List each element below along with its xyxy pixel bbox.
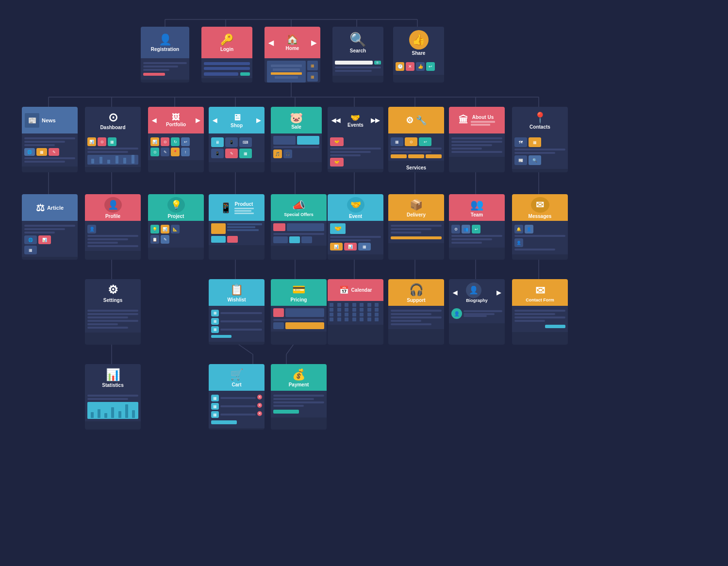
node-product: 📱 Product — [209, 194, 265, 260]
registration-icon: 👤 — [159, 34, 172, 45]
dashboard-label: Dashboard — [100, 125, 125, 130]
home-icon: 🏠 — [286, 34, 299, 44]
node-support: 🎧 Support — [388, 279, 444, 345]
node-shop: ◀ 🖥 Shop ▶ 🖥 📱 ⌨ 📱 ✎ ▦ — [209, 107, 265, 172]
login-icon: 🔑 — [220, 34, 233, 45]
node-calendar: 📅 Calendar — [328, 279, 383, 345]
node-portfolio: ◀ 🖼 Portfolio ▶ 📊 ⊙ ↻ ↩ ⊙ ✎ 📍 ! — [148, 107, 204, 172]
product-label: Product — [234, 201, 254, 207]
registration-label: Registration — [151, 47, 179, 52]
node-profile: 👤 Profile 👤 — [85, 194, 141, 260]
node-events: ◀◀ 🤝 Events ▶▶ 🤝 🤝 — [328, 107, 383, 172]
node-delivery: 📦 Delivery — [388, 194, 444, 260]
team-label: Team — [471, 212, 483, 217]
profile-label: Profile — [105, 214, 120, 219]
node-cart: 🛒 Cart ▦ ✕ ▦ ✕ ▦ ✕ — [209, 364, 265, 430]
node-settings: ⚙ Settings — [85, 279, 141, 345]
cart-label: Cart — [232, 382, 241, 387]
messages-label: Messages — [529, 214, 552, 219]
node-payment: 💰 Payment — [271, 364, 327, 430]
delivery-label: Delivery — [407, 212, 426, 217]
biography-label: Biography — [466, 298, 488, 303]
search-label: Search — [350, 48, 366, 53]
services-label: Services — [388, 165, 444, 170]
news-label: News — [42, 117, 56, 123]
node-services: ⚙ 🔧 Services ▦ ⊙ ↩ — [388, 107, 444, 172]
contacts-label: Contacts — [529, 124, 550, 130]
node-share: 👍 Share 🕐 ✕ 👍 ↩ — [393, 27, 444, 83]
node-biography: ◀ 👤 Biography ▶ 👤 — [449, 279, 505, 345]
node-project: 💡 Project 💡 📊 📐 📋 ✎ — [148, 194, 204, 260]
pricing-label: Pricing — [291, 297, 307, 302]
article-label: Article — [47, 205, 64, 211]
share-label: Share — [412, 50, 426, 56]
node-article: ⚖ Article 🌐 📊 ▦ — [22, 194, 78, 260]
contactform-label: Contact Form — [526, 298, 554, 302]
payment-label: Payment — [289, 382, 309, 387]
node-dashboard: ⊙ Dashboard 📊 ⊙ ▦ — [85, 107, 141, 172]
wishlist-label: Wishlist — [227, 297, 246, 302]
node-search: 🔍 Search 🔍 — [332, 27, 383, 83]
project-label: Project — [168, 214, 184, 219]
node-contactform: ✉ Contact Form — [512, 279, 568, 345]
statistics-label: Statistics — [102, 383, 123, 388]
node-registration: 👤 Registration — [141, 27, 189, 83]
shop-label: Shop — [231, 123, 243, 128]
node-contacts: 📍 Contacts 🗺 ▦ 📰 🔍 — [512, 107, 568, 172]
sitemap-diagram: 👤 Registration 🔑 Login ◀ — [0, 0, 728, 566]
node-pricing: 💳 Pricing — [271, 279, 327, 345]
node-login: 🔑 Login — [201, 27, 252, 83]
specialoffers-label: Special Offers — [284, 212, 314, 217]
home-label: Home — [286, 46, 299, 51]
node-statistics: 📊 Statistics — [85, 364, 141, 430]
dashboard-icon: ⊙ — [108, 112, 118, 123]
event-label: Event — [349, 214, 362, 219]
aboutus-label: About Us — [471, 115, 495, 120]
node-event: 🤝 Event 🤝 📊 📊 ▦ — [328, 194, 383, 260]
node-home: ◀ 🏠 Home ▶ ▦ ▦ — [265, 27, 320, 83]
search-icon: 🔍 — [349, 33, 366, 47]
sale-label: Sale — [291, 124, 301, 130]
portfolio-label: Portfolio — [166, 122, 186, 127]
node-aboutus: 🏛 About Us — [449, 107, 505, 172]
node-team: 👥 Team ⚙ 👥 ↩ — [449, 194, 505, 260]
node-sale: 🐷 Sale 🎵 🎧 — [271, 107, 322, 172]
support-label: Support — [407, 298, 425, 303]
node-specialoffers: 📣 Special Offers — [271, 194, 327, 260]
login-label: Login — [220, 47, 233, 52]
calendar-label: Calendar — [351, 287, 372, 293]
node-wishlist: 📋 Wishlist ▦ ▦ ▦ — [209, 279, 265, 345]
settings-label: Settings — [103, 298, 122, 303]
events-label: Events — [347, 122, 364, 128]
node-messages: ✉ Messages 🔔 👤 👤 — [512, 194, 568, 260]
node-news: 📰 News 🌐 ▦ ✎ — [22, 107, 78, 172]
